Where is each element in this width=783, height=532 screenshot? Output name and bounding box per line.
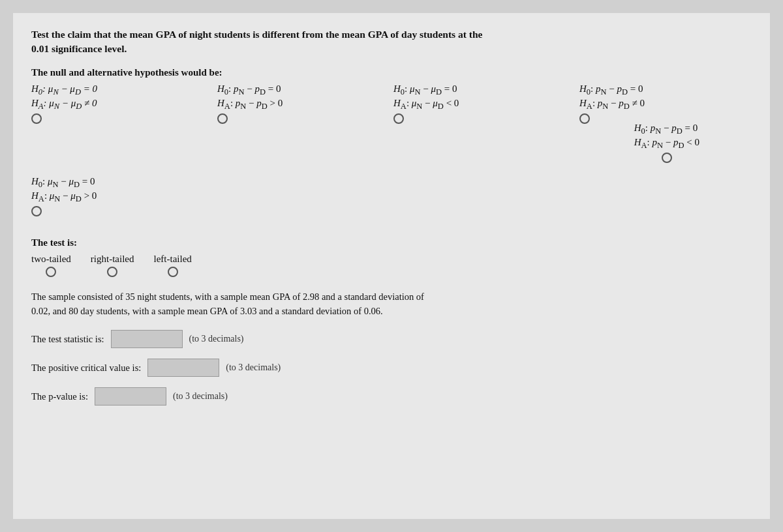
radio-hyp-2[interactable]	[217, 113, 228, 124]
pvalue-label: The p-value is:	[31, 391, 88, 402]
hyp-option-6: H0: μN − μD = 0 HA: μN − μD > 0	[31, 176, 97, 219]
hyp-option-3: H0: μN − μD = 0 HA: μN − μD < 0	[393, 83, 579, 126]
hyp-option-4: H0: pN − pD = 0 HA: pN − pD ≠ 0	[579, 83, 762, 126]
pvalue-note: (to 3 decimals)	[173, 391, 228, 402]
sample-info-line2: 0.02, and 80 day students, with a sample…	[31, 306, 383, 316]
tail-two-label: two-tailed	[31, 254, 71, 265]
test-statistic-note: (to 3 decimals)	[189, 334, 244, 344]
intro-paragraph: Test the claim that the mean GPA of nigh…	[31, 27, 752, 57]
hyp-option-5: H0: pN − pD = 0 HA: pN − pD < 0	[634, 123, 699, 163]
test-is-section: The test is: two-tailed right-tailed lef…	[31, 237, 752, 277]
hyp-option-1: H0: μN − μD = 0 HA: μN − μD ≠ 0	[31, 83, 217, 126]
tail-option-left: left-tailed	[153, 254, 191, 277]
test-is-label: The test is:	[31, 237, 752, 248]
pvalue-row: The p-value is: (to 3 decimals)	[31, 387, 752, 406]
positive-critical-note: (to 3 decimals)	[226, 362, 281, 373]
intro-line1: Test the claim that the mean GPA of nigh…	[31, 29, 482, 40]
test-statistic-label: The test statistic is:	[31, 334, 104, 345]
radio-tail-right[interactable]	[107, 267, 117, 277]
radio-hyp-1[interactable]	[31, 113, 42, 124]
hypothesis-grid-top: H0: μN − μD = 0 HA: μN − μD ≠ 0 H0: pN −…	[31, 83, 752, 126]
radio-tail-left[interactable]	[168, 267, 178, 277]
tail-option-two: two-tailed	[31, 254, 71, 277]
positive-critical-label: The positive critical value is:	[31, 362, 141, 374]
positive-critical-row: The positive critical value is: (to 3 de…	[31, 359, 752, 377]
radio-tail-two[interactable]	[46, 267, 56, 277]
sample-info: The sample consisted of 35 night student…	[31, 290, 540, 319]
radio-hyp-3[interactable]	[393, 113, 404, 124]
main-page: Test the claim that the mean GPA of nigh…	[13, 13, 770, 519]
test-statistic-input[interactable]	[111, 330, 183, 348]
hyp-option-2: H0: pN − pD = 0 HA: pN − pD > 0	[217, 83, 393, 126]
intro-line2: 0.01 significance level.	[31, 43, 127, 54]
tail-left-label: left-tailed	[153, 254, 191, 265]
hyp-right-container: H0: pN − pD = 0 HA: pN − pD < 0	[31, 123, 752, 163]
pvalue-input[interactable]	[95, 387, 166, 406]
tail-right-label: right-tailed	[91, 254, 134, 265]
radio-hyp-4[interactable]	[579, 113, 590, 124]
radio-hyp-5[interactable]	[662, 153, 672, 163]
positive-critical-input[interactable]	[147, 359, 219, 377]
test-statistic-row: The test statistic is: (to 3 decimals)	[31, 330, 752, 348]
null-alt-label: The null and alternative hypothesis woul…	[31, 67, 752, 78]
hyp-bottom-left-container: H0: μN − μD = 0 HA: μN − μD > 0	[31, 176, 752, 219]
sample-info-line1: The sample consisted of 35 night student…	[31, 291, 424, 302]
tail-options-container: two-tailed right-tailed left-tailed	[31, 254, 752, 277]
tail-option-right: right-tailed	[91, 254, 134, 277]
radio-hyp-6[interactable]	[31, 206, 42, 216]
